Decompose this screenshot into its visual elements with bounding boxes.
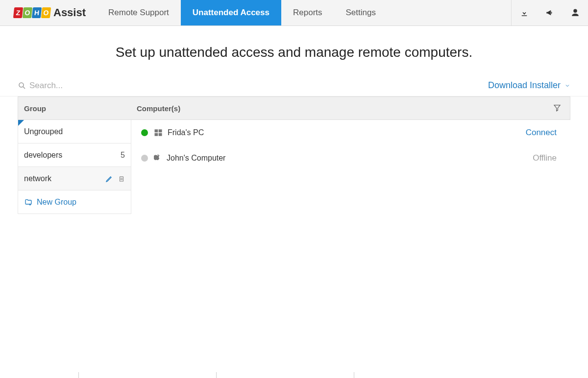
zoho-logo-icon: Z O H O xyxy=(14,7,50,18)
toolbar: Download Installer xyxy=(0,75,588,96)
svg-rect-9 xyxy=(159,129,162,132)
svg-rect-3 xyxy=(120,176,123,181)
computer-list: Frida's PC Connect John's Computer Offli… xyxy=(136,120,570,214)
download-icon[interactable] xyxy=(512,0,537,25)
column-header-group: Group xyxy=(18,104,132,113)
edit-icon[interactable] xyxy=(105,175,113,183)
brand-logo: Z O H O Assist xyxy=(0,0,97,25)
header-actions xyxy=(511,0,588,25)
computer-name: John's Computer xyxy=(167,154,225,163)
group-actions xyxy=(105,175,125,183)
svg-marker-2 xyxy=(554,105,560,111)
group-item-network[interactable]: network xyxy=(18,167,131,190)
svg-rect-8 xyxy=(155,129,158,132)
computer-name: Frida's PC xyxy=(168,128,204,137)
content-area: Ungrouped developers 5 network New Group… xyxy=(0,120,588,214)
group-item-ungrouped[interactable]: Ungrouped xyxy=(18,120,131,143)
group-name: New Group xyxy=(37,198,76,207)
page-title: Set up unattended access and manage remo… xyxy=(0,26,588,75)
computer-row[interactable]: Frida's PC Connect xyxy=(136,120,570,145)
windows-icon xyxy=(154,128,163,137)
search-icon xyxy=(18,81,26,90)
announcement-icon[interactable] xyxy=(537,0,563,25)
main-nav: Remote Support Unattended Access Reports… xyxy=(97,0,388,25)
group-name: developers xyxy=(24,151,62,160)
filter-icon[interactable] xyxy=(553,104,570,113)
nav-unattended-access[interactable]: Unattended Access xyxy=(181,0,281,25)
column-header-computers: Computer(s) xyxy=(132,104,553,113)
svg-rect-11 xyxy=(159,133,162,136)
nav-remote-support[interactable]: Remote Support xyxy=(97,0,181,25)
apple-icon xyxy=(154,154,162,163)
folder-plus-icon xyxy=(24,198,33,206)
user-icon[interactable] xyxy=(563,0,588,25)
footer-dividers xyxy=(0,372,588,378)
chevron-down-icon xyxy=(564,83,570,89)
search-input[interactable] xyxy=(29,81,157,91)
app-header: Z O H O Assist Remote Support Unattended… xyxy=(0,0,588,26)
download-installer-label: Download Installer xyxy=(488,80,561,91)
group-item-developers[interactable]: developers 5 xyxy=(18,143,131,167)
group-count: 5 xyxy=(121,151,125,160)
search-box[interactable] xyxy=(18,81,157,91)
svg-line-1 xyxy=(23,87,25,89)
status-indicator-offline xyxy=(141,155,148,162)
download-installer-link[interactable]: Download Installer xyxy=(488,80,570,91)
svg-point-0 xyxy=(19,83,24,87)
nav-settings[interactable]: Settings xyxy=(334,0,388,25)
computer-row[interactable]: John's Computer Offline xyxy=(136,145,570,171)
group-name: Ungrouped xyxy=(24,127,63,136)
group-name: network xyxy=(24,174,51,183)
connect-button[interactable]: Connect xyxy=(526,128,565,138)
brand-text: Assist xyxy=(53,6,86,19)
status-indicator-online xyxy=(141,129,148,136)
group-sidebar: Ungrouped developers 5 network New Group xyxy=(18,120,131,214)
column-headers: Group Computer(s) xyxy=(18,96,570,120)
svg-rect-10 xyxy=(155,133,158,136)
nav-reports[interactable]: Reports xyxy=(281,0,334,25)
new-group-button[interactable]: New Group xyxy=(18,190,131,214)
offline-label: Offline xyxy=(533,153,565,163)
delete-icon[interactable] xyxy=(118,175,125,183)
